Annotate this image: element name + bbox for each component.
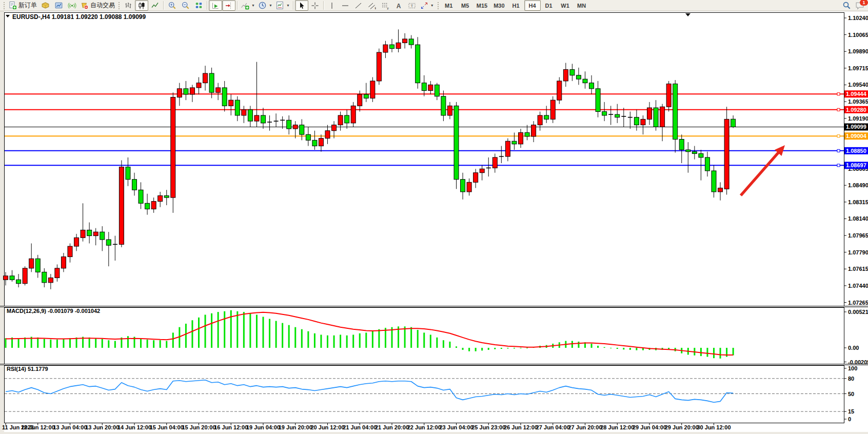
timeframe-M1[interactable]: M1 <box>441 0 457 11</box>
candle <box>10 276 14 280</box>
toolbar-grip[interactable] <box>437 2 439 10</box>
search-button[interactable] <box>840 0 853 11</box>
chart-canvas[interactable]: 1.102401.100651.098901.097151.095401.093… <box>0 0 868 434</box>
trendline-tool-button[interactable] <box>352 0 365 11</box>
signal-icon <box>68 1 76 10</box>
vertical-line-tool-button[interactable] <box>325 0 339 11</box>
cursor-tool-button[interactable] <box>295 0 308 11</box>
autotrade-button[interactable]: 自动交易 <box>78 0 116 11</box>
candle <box>724 119 729 189</box>
templates-button[interactable]: ▼ <box>274 0 291 11</box>
macd-histogram-bar <box>501 348 502 349</box>
bottom-window-strip <box>0 432 868 434</box>
macd-histogram-bar <box>166 341 167 348</box>
template-icon <box>275 1 284 10</box>
price-axis-tick-label: 1.07790 <box>848 249 868 255</box>
line-handle[interactable] <box>837 164 840 167</box>
candle <box>364 94 368 98</box>
price-axis-tick-label: 1.09540 <box>848 82 868 88</box>
text-tool-button[interactable]: A <box>392 0 405 11</box>
timeframe-MN[interactable]: MN <box>574 0 590 11</box>
price-marker-label: 1.08697 <box>846 162 866 168</box>
candle <box>222 88 227 106</box>
line-chart-mode-button[interactable] <box>148 0 162 11</box>
macd-histogram-bar <box>436 338 438 348</box>
candlestick-mode-button[interactable] <box>135 0 148 11</box>
tile-windows-button[interactable] <box>192 0 205 11</box>
macd-histogram-bar <box>526 348 528 348</box>
candle <box>4 276 8 280</box>
toolbar-separator <box>207 1 207 10</box>
macd-histogram-bar <box>468 348 470 351</box>
price-marker[interactable]: 1.08850 <box>844 147 868 154</box>
timeframe-D1[interactable]: D1 <box>541 0 557 11</box>
cursor-icon <box>298 2 306 10</box>
macd-axis-label: 0.00 <box>848 345 859 351</box>
candle <box>345 115 349 123</box>
price-marker[interactable]: 1.09004 <box>844 132 868 140</box>
navigator-button[interactable] <box>52 0 65 11</box>
timeframe-M5[interactable]: M5 <box>457 0 474 11</box>
price-marker[interactable]: 1.09444 <box>844 90 868 97</box>
macd-histogram-bar <box>230 310 232 348</box>
zoom-out-button[interactable] <box>179 0 192 11</box>
rsi-axis-label: 0 <box>848 416 851 422</box>
line-handle[interactable] <box>837 149 840 152</box>
rsi-panel[interactable] <box>5 366 844 423</box>
auto-scroll-button[interactable] <box>209 0 222 11</box>
chart-shift-button[interactable] <box>222 0 235 11</box>
main-price-panel[interactable] <box>5 13 844 306</box>
time-axis[interactable]: 11 Jun 202312 Jun 12:0013 Jun 04:0013 Ju… <box>2 423 731 430</box>
timeframe-W1[interactable]: W1 <box>557 0 574 11</box>
candle <box>718 188 723 191</box>
macd-histogram-bar <box>198 318 200 348</box>
time-axis-label: 13 Jun 20:00 <box>85 424 119 430</box>
crosshair-tool-button[interactable] <box>308 0 322 11</box>
timeframe-H1[interactable]: H1 <box>508 0 524 11</box>
candle <box>563 70 568 81</box>
arrows-tool-button[interactable]: ▼ <box>419 0 436 11</box>
timeframe-M15[interactable]: M15 <box>474 0 490 11</box>
line-handle[interactable] <box>837 108 840 111</box>
text-icon: A <box>394 2 403 10</box>
macd-histogram-bar <box>410 327 412 348</box>
price-marker[interactable]: 1.09280 <box>844 106 868 113</box>
periods-button[interactable]: ▼ <box>257 0 274 11</box>
line-handle[interactable] <box>837 93 840 95</box>
horizontal-line-icon <box>341 2 349 10</box>
zoom-in-icon <box>168 1 176 10</box>
price-marker[interactable]: 1.09099 <box>844 123 868 130</box>
arrows-icon <box>420 2 428 10</box>
candle <box>106 240 111 245</box>
line-handle[interactable] <box>837 135 840 137</box>
candle <box>358 94 362 106</box>
new-order-button[interactable]: 新订单 <box>7 0 38 11</box>
market-watch-button[interactable] <box>38 0 52 11</box>
horizontal-line-tool-button[interactable] <box>339 0 352 11</box>
bar-chart-mode-button[interactable] <box>122 0 135 11</box>
candle <box>531 125 536 136</box>
candle <box>660 107 665 127</box>
timeframe-H4[interactable]: H4 <box>524 0 541 11</box>
macd-histogram-bar <box>160 340 161 348</box>
timeframe-M30[interactable]: M30 <box>490 0 507 11</box>
candle <box>29 259 34 268</box>
indicators-button[interactable]: ▼ <box>239 0 257 11</box>
candle <box>666 84 671 107</box>
macd-histogram-bar <box>423 332 425 348</box>
toolbar-grip[interactable] <box>118 2 120 10</box>
signals-button[interactable] <box>65 0 78 11</box>
fibonacci-tool-button[interactable]: F <box>379 0 392 11</box>
macd-histogram-bar <box>288 325 290 348</box>
channel-tool-button[interactable]: E <box>365 0 379 11</box>
candle <box>538 115 542 125</box>
price-marker[interactable]: 1.08697 <box>844 162 868 169</box>
zoom-in-button[interactable] <box>165 0 179 11</box>
time-axis-label: 13 Jun 04:00 <box>53 424 87 430</box>
text-label-tool-button[interactable]: T <box>405 0 419 11</box>
macd-histogram-bar <box>462 348 464 350</box>
candle <box>686 150 691 152</box>
chat-button[interactable]: 1 <box>853 0 866 11</box>
toolbar-grip[interactable] <box>3 2 5 10</box>
macd-histogram-bar <box>494 348 496 349</box>
